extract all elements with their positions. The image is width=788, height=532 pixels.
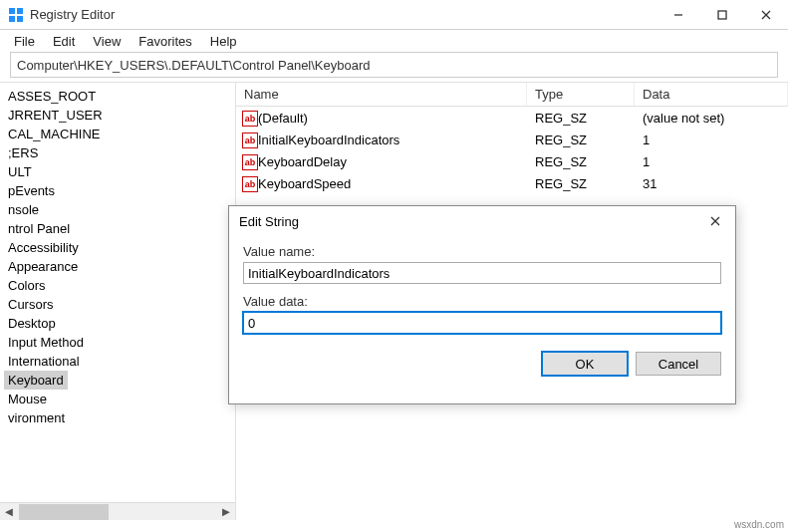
- tree-item[interactable]: Colors: [4, 276, 235, 295]
- tree-item[interactable]: Cursors: [4, 295, 235, 314]
- edit-string-dialog: Edit String Value name: Value data: OK C…: [228, 205, 736, 404]
- app-icon: [8, 7, 24, 23]
- ok-button[interactable]: OK: [542, 352, 628, 376]
- svg-rect-1: [17, 8, 23, 14]
- scroll-right-icon[interactable]: ►: [217, 503, 235, 521]
- list-rows: ab(Default)REG_SZ(value not set)abInitia…: [236, 107, 788, 194]
- dialog-body: Value name: Value data: OK Cancel: [229, 236, 735, 386]
- value-data-field[interactable]: [243, 312, 721, 334]
- column-header-data[interactable]: Data: [635, 83, 788, 106]
- tree-item[interactable]: Desktop: [4, 314, 235, 333]
- dialog-title: Edit String: [239, 214, 695, 229]
- tree-item[interactable]: nsole: [4, 200, 235, 219]
- list-row[interactable]: abInitialKeyboardIndicatorsREG_SZ1: [236, 129, 788, 150]
- menu-file[interactable]: File: [6, 32, 43, 51]
- list-cell-data: (value not set): [635, 111, 788, 126]
- list-row[interactable]: abKeyboardDelayREG_SZ1: [236, 150, 788, 172]
- svg-rect-3: [17, 16, 23, 22]
- list-cell-type: REG_SZ: [527, 133, 635, 147]
- tree-item[interactable]: Accessibility: [4, 238, 235, 257]
- string-value-icon: ab: [236, 175, 256, 192]
- list-row[interactable]: ab(Default)REG_SZ(value not set): [236, 107, 788, 129]
- list-cell-type: REG_SZ: [527, 176, 635, 191]
- string-value-icon: ab: [236, 132, 256, 148]
- menubar: File Edit View Favorites Help: [0, 30, 788, 52]
- tree-item[interactable]: Keyboard: [4, 371, 68, 390]
- menu-edit[interactable]: Edit: [45, 32, 83, 51]
- string-value-icon: ab: [236, 110, 256, 127]
- tree-item[interactable]: Mouse: [4, 390, 235, 408]
- list-cell-name: InitialKeyboardIndicators: [256, 133, 527, 147]
- dialog-close-button[interactable]: [695, 206, 735, 236]
- value-data-label: Value data:: [243, 294, 721, 309]
- tree-item[interactable]: ;ERS: [4, 143, 235, 162]
- list-header: Name Type Data: [236, 83, 788, 107]
- address-bar[interactable]: Computer\HKEY_USERS\.DEFAULT\Control Pan…: [10, 52, 778, 78]
- tree-item[interactable]: Appearance: [4, 257, 235, 276]
- tree-body[interactable]: ASSES_ROOTJRRENT_USERCAL_MACHINE;ERSULTp…: [0, 83, 235, 499]
- close-button[interactable]: [744, 0, 788, 30]
- list-cell-type: REG_SZ: [527, 154, 635, 169]
- tree-item[interactable]: pEvents: [4, 181, 235, 200]
- value-name-label: Value name:: [243, 244, 721, 259]
- list-cell-type: REG_SZ: [527, 111, 635, 126]
- tree-horizontal-scrollbar[interactable]: ◄ ►: [0, 502, 235, 520]
- maximize-button[interactable]: [700, 0, 744, 30]
- column-header-type[interactable]: Type: [527, 83, 635, 106]
- scroll-thumb[interactable]: [19, 504, 109, 520]
- menu-favorites[interactable]: Favorites: [131, 32, 199, 51]
- minimize-button[interactable]: [657, 0, 700, 30]
- svg-rect-0: [9, 8, 15, 14]
- tree-pane: ASSES_ROOTJRRENT_USERCAL_MACHINE;ERSULTp…: [0, 83, 236, 520]
- address-text: Computer\HKEY_USERS\.DEFAULT\Control Pan…: [17, 58, 371, 73]
- scroll-left-icon[interactable]: ◄: [0, 503, 18, 521]
- tree-item[interactable]: Input Method: [4, 333, 235, 352]
- string-value-icon: ab: [236, 153, 256, 170]
- menu-view[interactable]: View: [85, 32, 129, 51]
- window-title: Registry Editor: [30, 7, 657, 22]
- tree-item[interactable]: vironment: [4, 408, 235, 427]
- dialog-titlebar: Edit String: [229, 206, 735, 236]
- dialog-buttons: OK Cancel: [243, 352, 721, 376]
- tree-item[interactable]: JRRENT_USER: [4, 106, 235, 125]
- value-name-field[interactable]: [243, 262, 721, 284]
- list-cell-data: 1: [635, 133, 788, 147]
- titlebar: Registry Editor: [0, 0, 788, 30]
- list-cell-data: 1: [635, 154, 788, 169]
- tree-item[interactable]: CAL_MACHINE: [4, 125, 235, 143]
- column-header-name[interactable]: Name: [236, 83, 527, 106]
- list-row[interactable]: abKeyboardSpeedREG_SZ31: [236, 172, 788, 194]
- list-cell-name: KeyboardDelay: [256, 154, 527, 169]
- list-cell-name: KeyboardSpeed: [256, 176, 527, 191]
- cancel-button[interactable]: Cancel: [636, 352, 721, 376]
- svg-rect-5: [718, 11, 726, 19]
- list-cell-data: 31: [635, 176, 788, 191]
- tree-item[interactable]: ASSES_ROOT: [4, 87, 235, 106]
- close-icon: [710, 216, 720, 226]
- tree-item[interactable]: ULT: [4, 162, 235, 181]
- watermark: wsxdn.com: [734, 519, 784, 530]
- menu-help[interactable]: Help: [202, 32, 245, 51]
- svg-rect-2: [9, 16, 15, 22]
- tree-item[interactable]: ntrol Panel: [4, 219, 235, 238]
- tree-item[interactable]: International: [4, 352, 235, 371]
- list-cell-name: (Default): [256, 111, 527, 126]
